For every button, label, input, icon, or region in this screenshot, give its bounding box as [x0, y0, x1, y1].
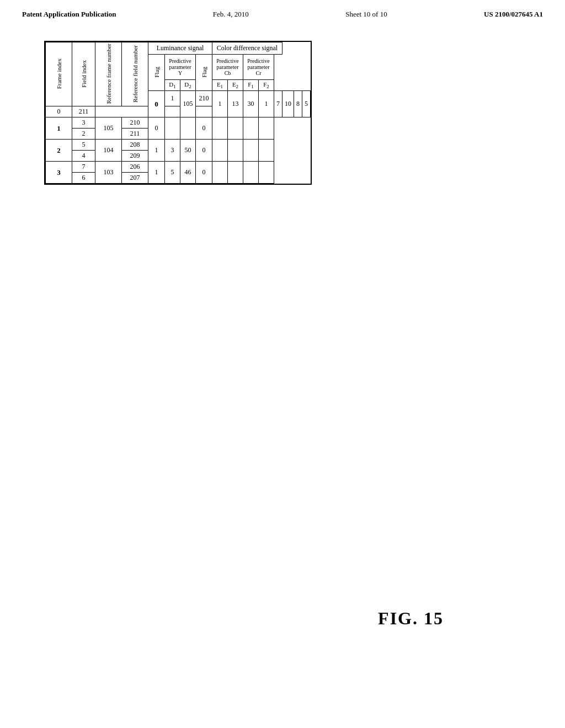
page-header: Patent Application Publication Feb. 4, 2… — [0, 0, 565, 24]
col-f2-header: F2 — [259, 80, 274, 91]
lum-flag-header: Flag — [153, 67, 160, 78]
col-pred-cb-header: Predictiveparameter Cb — [212, 55, 243, 80]
header-patent-number: US 2100/027645 A1 — [484, 10, 543, 19]
luminance-group-header: Luminance signal — [148, 42, 212, 55]
col-pred-cr-header: Predictiveparameter Cr — [243, 55, 274, 80]
col-e2-header: E2 — [228, 80, 243, 91]
col-flag-header: Flag — [201, 67, 207, 78]
figure-label: FIG. 15 — [378, 608, 444, 629]
col-ref-field-header: Reference field number — [132, 45, 138, 103]
header-publication-label: Patent Application Publication — [22, 10, 116, 19]
col-e1-header: E1 — [212, 80, 228, 91]
table-row: 1 3 105 210 0 0 — [46, 117, 311, 129]
table-row: 2 5 104 208 1 3 50 0 — [46, 140, 311, 151]
data-table: Frame index Field index Reference frame … — [44, 41, 312, 185]
col-field-index-header: Field index — [81, 60, 87, 88]
col-frame-index-header: Frame index — [56, 58, 62, 89]
lum-pred-y-header: Predictiveparameter Y — [165, 55, 196, 80]
lum-d1-header: D1 — [165, 80, 180, 91]
table-row: 3 7 103 206 1 5 46 0 — [46, 162, 311, 173]
col-ref-frame-header: Reference frame number — [105, 44, 112, 104]
header-sheet: Sheet 10 of 10 — [345, 10, 387, 19]
lum-d2-header: D2 — [180, 80, 196, 91]
header-date: Feb. 4, 2010 — [213, 10, 249, 19]
col-f1-header: F1 — [243, 80, 259, 91]
color-group-header: Color difference signal — [212, 42, 282, 55]
main-content: Frame index Field index Reference frame … — [0, 24, 565, 207]
